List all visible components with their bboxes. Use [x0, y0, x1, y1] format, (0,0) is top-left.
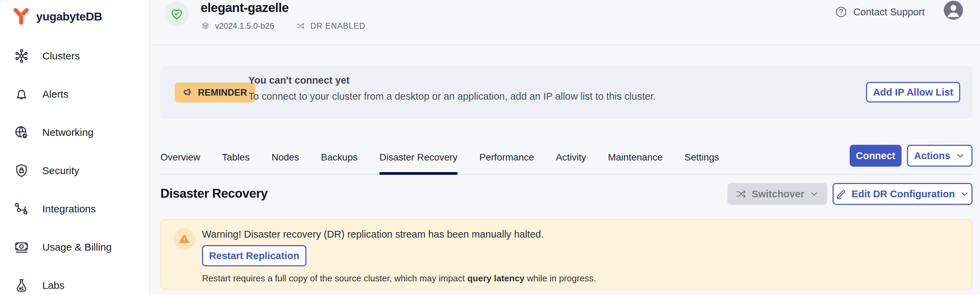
bell-icon [14, 86, 29, 102]
sidebar-item-label: Clusters [42, 50, 80, 62]
flask-icon [14, 277, 29, 293]
heart-check-icon [170, 7, 184, 21]
brand-name: yugabyteDB [36, 10, 102, 23]
person-icon [944, 1, 963, 20]
sidebar-item-label: Networking [42, 127, 94, 138]
switchover-shuffle-icon [735, 188, 747, 200]
warning-title: Warning! Disaster recovery (DR) replicat… [202, 229, 544, 240]
tab-maintenance[interactable]: Maintenance [608, 143, 663, 174]
tabbar-actions: Connect Actions [850, 145, 972, 167]
tab-nodes[interactable]: Nodes [272, 143, 299, 174]
chevron-down-icon [955, 151, 965, 161]
warning-note-emphasis: query latency [467, 273, 525, 284]
switchover-button[interactable]: Switchover [727, 183, 827, 205]
warning-icon-circle [173, 228, 195, 250]
sidebar-item-label: Labs [42, 280, 65, 291]
megaphone-icon [183, 87, 194, 98]
sidebar-item-clusters[interactable]: Clusters [0, 37, 149, 75]
warning-note-prefix: Restart requires a full copy of the sour… [202, 273, 467, 284]
page-head: Disaster Recovery Switchover Edit DR Con… [161, 183, 972, 206]
dr-status-badge: DR ENABLED [310, 21, 365, 31]
tab-overview[interactable]: Overview [161, 143, 200, 174]
sidebar-item-usage-billing[interactable]: Usage & Billing [0, 228, 149, 266]
sidebar-item-networking[interactable]: Networking [0, 113, 149, 151]
connect-button[interactable]: Connect [850, 145, 902, 167]
actions-menu-button[interactable]: Actions [907, 145, 972, 167]
tabs: Overview Tables Nodes Backups Disaster R… [161, 143, 719, 174]
clusters-icon [14, 48, 29, 64]
actions-menu-label: Actions [914, 150, 950, 161]
shield-lock-icon [14, 163, 29, 179]
sidebar-item-label: Integrations [42, 203, 96, 215]
switchover-label: Switchover [752, 188, 805, 200]
chevron-down-icon [959, 189, 970, 199]
tab-tables[interactable]: Tables [222, 143, 250, 174]
dr-shuffle-icon [296, 21, 305, 31]
cluster-tabbar: Overview Tables Nodes Backups Disaster R… [161, 144, 972, 175]
edit-dr-configuration-button[interactable]: Edit DR Configuration [833, 183, 972, 205]
sidebar-item-labs[interactable]: Labs [0, 266, 149, 295]
reminder-badge: REMINDER [175, 83, 255, 102]
chevron-down-icon [809, 189, 819, 199]
cluster-name: elegant-gazelle [200, 1, 289, 15]
tab-disaster-recovery[interactable]: Disaster Recovery [379, 143, 458, 174]
sidebar-item-integrations[interactable]: Integrations [0, 190, 149, 228]
reminder-title: You can't connect yet [248, 75, 656, 86]
integrations-icon [14, 201, 29, 217]
tab-activity[interactable]: Activity [556, 143, 586, 174]
globe-gear-icon [14, 124, 29, 140]
sidebar-item-alerts[interactable]: Alerts [0, 75, 149, 113]
reminder-message: To connect to your cluster from a deskto… [248, 91, 656, 102]
layers-icon [200, 21, 210, 31]
edit-dr-configuration-label: Edit DR Configuration [852, 188, 955, 200]
restart-replication-button[interactable]: Restart Replication [202, 245, 306, 266]
warning-note-suffix: while in progress. [525, 273, 596, 284]
reminder-banner: REMINDER You can't connect yet To connec… [161, 66, 972, 119]
page-title: Disaster Recovery [161, 187, 267, 201]
reminder-texts: You can't connect yet To connect to your… [248, 75, 656, 102]
tab-settings[interactable]: Settings [684, 143, 719, 174]
add-ip-allow-list-button[interactable]: Add IP Allow List [866, 82, 960, 102]
user-avatar[interactable] [944, 1, 963, 20]
sidebar-item-label: Security [42, 165, 79, 177]
contact-support-link[interactable]: Contact Support [835, 5, 925, 18]
dr-warning-banner: Warning! Disaster recovery (DR) replicat… [161, 219, 972, 290]
cluster-header: elegant-gazelle v2024.1.5.0-b26 DR ENABL… [150, 0, 980, 45]
sidebar-item-security[interactable]: Security [0, 151, 149, 190]
tab-performance[interactable]: Performance [479, 143, 534, 174]
pencil-icon [835, 188, 847, 200]
cluster-meta: v2024.1.5.0-b26 DR ENABLED [200, 21, 366, 31]
cluster-health-badge [164, 2, 189, 26]
page-actions: Switchover Edit DR Configuration [727, 183, 972, 205]
banknote-icon [14, 239, 29, 255]
sidebar-item-label: Alerts [42, 88, 68, 100]
help-circle-icon [835, 5, 848, 18]
brand-logo[interactable]: yugabyteDB [0, 0, 149, 25]
warning-triangle-icon [178, 233, 190, 245]
yugabytedb-logo-icon [12, 8, 30, 25]
sidebar-item-label: Usage & Billing [42, 241, 111, 253]
tab-backups[interactable]: Backups [321, 143, 358, 174]
reminder-badge-label: REMINDER [198, 88, 247, 98]
cluster-version: v2024.1.5.0-b26 [215, 21, 274, 31]
contact-support-label: Contact Support [853, 6, 925, 18]
sidebar: yugabyteDB Clusters Alerts N [0, 0, 150, 295]
sidebar-nav: Clusters Alerts Networking [0, 37, 149, 295]
warning-note: Restart requires a full copy of the sour… [202, 273, 596, 284]
